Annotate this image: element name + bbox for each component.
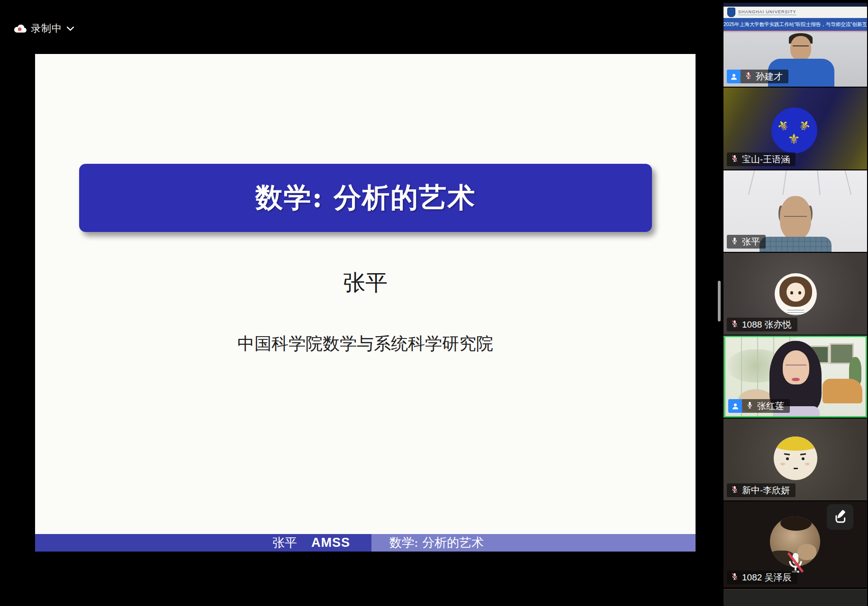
video-logo-band: SHANGHAI UNIVERSITY	[723, 7, 867, 18]
participant-name: 张红莲	[757, 400, 784, 412]
host-badge-icon	[727, 70, 741, 83]
slide-footer-bar: 张平 AMSS 数学: 分析的艺术	[35, 534, 696, 552]
avatar-brow	[800, 453, 806, 455]
participant-tile-lixinyan[interactable]: 新中-李欣妍	[723, 419, 867, 500]
mic-on-icon	[746, 401, 754, 411]
participant-name-tag: 1088 张亦悦	[727, 318, 797, 331]
mic-on-icon	[731, 237, 739, 247]
slide-author: 张平	[35, 268, 696, 298]
participant-tile-partial[interactable]	[723, 589, 867, 606]
slide-footer-left: 张平 AMSS	[35, 534, 371, 552]
avatar-eye	[798, 291, 801, 294]
video-backdrop	[723, 3, 867, 7]
participant-name: 张平	[742, 236, 760, 248]
footer-title: 数学: 分析的艺术	[389, 535, 484, 551]
avatar-cheek	[780, 463, 785, 465]
participant-name-tag: 孙建才	[727, 70, 788, 83]
avatar-eye	[802, 457, 805, 460]
avatar-shirt	[787, 308, 805, 315]
avatar	[774, 437, 817, 480]
participant-tile-zhangyiyue[interactable]: 1088 张亦悦	[723, 253, 867, 335]
slide-footer-right: 数学: 分析的艺术	[371, 534, 696, 552]
meeting-window: 录制中 数学: 分析的艺术 张平 中国科学院数学与系统科学研究院 张平 AMSS…	[0, 0, 868, 606]
avatar-face	[787, 283, 805, 302]
participant-tile-wangyuhan[interactable]: ⚜ ⚜ ⚜ 宝山-王语涵	[723, 88, 867, 169]
person-shirt	[760, 237, 832, 252]
person-glasses	[784, 216, 807, 223]
mic-muted-icon	[731, 154, 739, 164]
fleur-de-lis-icon: ⚜	[787, 132, 800, 146]
avatar-brow	[784, 453, 790, 455]
footer-affiliation: AMSS	[311, 535, 350, 550]
shared-screen-slide: 数学: 分析的艺术 张平 中国科学院数学与系统科学研究院 张平 AMSS 数学:…	[35, 54, 696, 552]
participant-name-tag: 1082 吴泽辰	[727, 570, 797, 584]
person-glasses	[786, 365, 806, 370]
host-badge-icon	[728, 399, 742, 413]
participant-name: 新中-李欣妍	[742, 484, 790, 497]
mic-muted-icon	[731, 572, 739, 582]
participant-name: 宝山-王语涵	[742, 153, 790, 166]
participant-name-tag: 张红莲	[728, 399, 790, 413]
participant-name-tag: 张平	[727, 235, 766, 249]
participant-tile-zhangping[interactable]: 张平	[723, 170, 867, 252]
slide-institute: 中国科学院数学与系统科学研究院	[35, 332, 696, 356]
slide-title: 数学: 分析的艺术	[255, 179, 476, 216]
recording-indicator[interactable]: 录制中	[13, 22, 74, 35]
mic-muted-icon	[731, 485, 739, 495]
participant-tile-sunjiancai[interactable]: SHANGHAI UNIVERSITY 2025年上海大学数学实践工作站“听院士…	[723, 3, 867, 87]
mic-muted-icon	[731, 320, 739, 330]
slide-title-banner: 数学: 分析的艺术	[79, 164, 652, 232]
recording-label: 录制中	[31, 22, 62, 35]
footer-presenter: 张平	[272, 535, 297, 551]
university-shield-logo	[727, 8, 735, 17]
person-glasses	[793, 45, 809, 51]
avatar-mouth	[794, 468, 798, 469]
avatar: ⚜ ⚜ ⚜	[771, 107, 817, 153]
sofa	[823, 379, 862, 403]
sidebar-scrollbar[interactable]	[718, 281, 721, 321]
participant-tile-wuzechen[interactable]: 1082 吴泽辰	[723, 501, 867, 588]
participant-name: 1082 吴泽辰	[742, 571, 792, 584]
university-logo-text: SHANGHAI UNIVERSITY	[738, 9, 796, 15]
avatar-eye	[790, 291, 793, 294]
event-banner-text: 2025年上海大学数学实践工作站“听院士报告，与导师交流”创新互活动	[723, 18, 867, 31]
avatar	[775, 273, 817, 315]
participant-name-tag: 新中-李欣妍	[727, 483, 796, 497]
participant-name-tag: 宝山-王语涵	[727, 152, 796, 166]
participant-name: 1088 张亦悦	[742, 319, 792, 331]
participant-tile-zhanghonglian[interactable]: 张红莲	[723, 336, 867, 418]
avatar-cheek	[805, 463, 810, 465]
avatar-eye	[786, 457, 789, 460]
mic-muted-icon	[744, 71, 752, 81]
person-lips	[792, 378, 800, 381]
annotate-pen-button[interactable]	[827, 504, 853, 530]
recording-cloud-icon	[13, 24, 27, 33]
chevron-down-icon[interactable]	[66, 26, 74, 31]
participant-name: 孙建才	[756, 71, 783, 83]
